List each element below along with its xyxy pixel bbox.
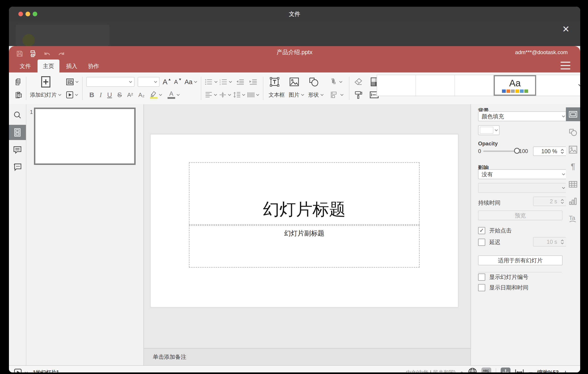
numbered-list-button[interactable]: 123 (219, 78, 232, 85)
duration-spinner[interactable]: 2 s (533, 197, 567, 206)
language-caret-icon[interactable] (460, 371, 463, 373)
superscript-button[interactable]: A² (127, 91, 133, 99)
preview-button[interactable]: 预览 (478, 210, 563, 220)
theme-tile[interactable] (536, 75, 575, 96)
comments-icon[interactable] (9, 142, 26, 157)
notes-area[interactable]: 单击添加备注 (144, 348, 471, 365)
theme-preview-text: Aa (509, 78, 521, 88)
underline-button[interactable]: U (107, 91, 112, 99)
theme-tile-selected[interactable]: Aa (494, 75, 536, 96)
font-size-select[interactable] (138, 77, 159, 87)
bold-button[interactable]: B (89, 91, 94, 99)
start-slideshow-status-button[interactable] (14, 368, 22, 373)
tab-file[interactable]: 文件 (14, 59, 36, 72)
spellcheck-language-icon[interactable] (468, 367, 477, 373)
chart-settings-icon[interactable] (566, 194, 580, 208)
add-slide-icon[interactable] (40, 76, 52, 88)
slide-editor-canvas[interactable]: 幻灯片标题 幻灯片副标题 (144, 104, 471, 348)
subtitle-placeholder[interactable]: 幻灯片副标题 (189, 225, 420, 267)
svg-text:3: 3 (219, 83, 220, 85)
shape-icon[interactable] (309, 77, 319, 87)
show-slide-number-checkbox[interactable] (478, 274, 485, 281)
delay-row: 延迟 (478, 238, 500, 246)
search-icon[interactable] (9, 107, 26, 122)
text-art-settings-icon[interactable]: Ta (566, 212, 580, 225)
title-placeholder[interactable]: 幻灯片标题 (189, 162, 420, 225)
font-name-select[interactable] (86, 77, 135, 87)
horizontal-align-button[interactable] (205, 92, 217, 98)
text-box-label[interactable]: 文本框 (269, 91, 285, 99)
fit-to-slide-icon[interactable] (501, 367, 511, 373)
app-window: 文件 ✕ 产品介绍.pptx adm***@dootask.com 文件 主页 … (9, 7, 580, 373)
svg-text:ABC: ABC (483, 369, 489, 373)
italic-button[interactable]: I (100, 91, 102, 99)
slides-panel-icon[interactable] (9, 125, 26, 140)
delay-checkbox[interactable] (478, 239, 485, 246)
eraser-icon[interactable] (354, 78, 364, 86)
delay-spinner[interactable]: 10 s (533, 237, 567, 246)
shape-button[interactable]: 形状 (308, 91, 324, 99)
tab-home[interactable]: 主页 (38, 59, 59, 72)
menu-icon[interactable] (560, 62, 570, 69)
paragraph-settings-icon[interactable]: ¶ (566, 160, 580, 174)
slide-thumbnails-panel: 1 (26, 104, 144, 365)
slide-info: 1的幻灯片1 (33, 369, 59, 373)
theme-tile[interactable] (377, 75, 416, 96)
document-language[interactable]: 中文(中华人民共和国) (406, 369, 455, 373)
subscript-button[interactable]: A₂ (138, 91, 144, 99)
apply-to-all-slides-button[interactable]: 适用于所有幻灯片 (478, 255, 563, 265)
spellcheck-icon[interactable]: ABC (482, 367, 491, 373)
add-slide-button[interactable]: 添加幻灯片 (30, 91, 62, 99)
line-spacing-button[interactable] (233, 92, 245, 98)
fill-type-select[interactable]: 颜色填充 (478, 111, 569, 121)
decrease-font-icon[interactable]: A (174, 79, 181, 85)
theme-tile[interactable] (416, 75, 455, 96)
arrange-shape-button[interactable] (329, 77, 343, 86)
fit-to-width-icon[interactable] (515, 369, 524, 373)
close-icon[interactable]: ✕ (560, 23, 572, 35)
left-sidebar (9, 104, 26, 365)
text-box-icon[interactable] (270, 77, 280, 87)
font-color-button[interactable]: A (168, 91, 180, 99)
fill-color-picker[interactable] (478, 125, 500, 135)
table-settings-icon[interactable] (566, 177, 580, 191)
slide-settings-icon[interactable] (566, 107, 580, 121)
theme-tile[interactable] (455, 75, 494, 96)
theme-gallery-expand-icon[interactable] (575, 75, 580, 96)
opacity-min-label: 0 (478, 148, 481, 154)
paste-icon[interactable] (14, 91, 22, 99)
status-bar: 1的幻灯片1 中文(中华人民共和国) ABC − 缩放%53 + (9, 365, 580, 373)
image-settings-icon[interactable] (566, 143, 580, 157)
slideshow-options-icon[interactable] (25, 371, 28, 373)
slide-thumbnail-1[interactable] (34, 108, 136, 165)
slide-canvas[interactable]: 幻灯片标题 幻灯片副标题 (150, 134, 458, 307)
vertical-align-button[interactable] (219, 92, 231, 98)
highlight-color-button[interactable] (150, 91, 162, 99)
zoom-out-button[interactable]: − (528, 369, 533, 373)
align-objects-button[interactable] (330, 91, 344, 99)
bullet-list-button[interactable] (205, 78, 218, 85)
start-on-click-checkbox[interactable]: ✓ (478, 227, 485, 234)
shape-settings-icon[interactable] (566, 125, 580, 139)
zoom-in-button[interactable]: + (563, 369, 568, 373)
decrease-indent-icon[interactable] (236, 78, 244, 85)
columns-button[interactable] (247, 92, 259, 98)
tab-insert[interactable]: 插入 (61, 59, 83, 72)
change-case-button[interactable]: Aa (185, 78, 197, 86)
image-icon[interactable] (289, 77, 299, 87)
effect-select[interactable]: 没有 (478, 169, 569, 179)
effect-type-select[interactable] (478, 183, 569, 193)
copy-icon[interactable] (14, 78, 22, 86)
start-slideshow-button[interactable] (66, 91, 78, 99)
copy-style-icon[interactable] (354, 91, 363, 99)
strikethrough-button[interactable]: S (117, 91, 122, 99)
show-date-time-checkbox[interactable] (478, 284, 485, 291)
image-button[interactable]: 图片 (289, 91, 304, 99)
increase-font-icon[interactable]: A (163, 78, 171, 86)
tab-collaboration[interactable]: 协作 (83, 59, 105, 72)
chat-icon[interactable] (9, 159, 26, 175)
slide-layout-button[interactable] (66, 78, 79, 86)
opacity-slider[interactable] (483, 151, 517, 152)
opacity-spinner[interactable]: 100 % (533, 146, 567, 156)
increase-indent-icon[interactable] (249, 78, 257, 85)
